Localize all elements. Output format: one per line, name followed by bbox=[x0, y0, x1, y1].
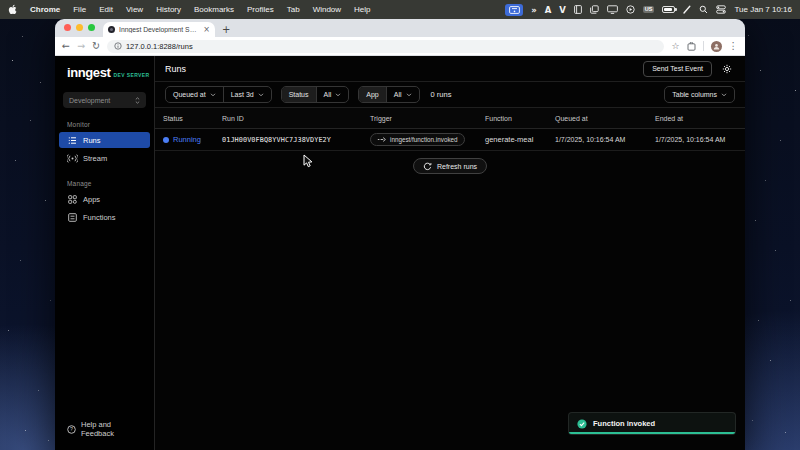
page-title: Runs bbox=[165, 64, 186, 74]
page-header: Runs Send Test Event bbox=[155, 56, 745, 82]
col-function: Function bbox=[485, 115, 555, 122]
battery-icon[interactable] bbox=[662, 6, 675, 13]
browser-tab[interactable]: Inngest Development Server × bbox=[103, 22, 215, 37]
table-columns-group: Table columns bbox=[664, 86, 735, 103]
sidebar-runs-label: Runs bbox=[83, 136, 101, 145]
help-label: Help and Feedback bbox=[81, 420, 142, 438]
menu-help[interactable]: Help bbox=[354, 5, 370, 14]
tab-strip: Inngest Development Server × + bbox=[55, 19, 745, 37]
profile-avatar[interactable] bbox=[711, 41, 722, 52]
sidebar-item-apps[interactable]: Apps bbox=[59, 191, 150, 207]
menu-bookmarks[interactable]: Bookmarks bbox=[194, 5, 234, 14]
forward-icon[interactable]: → bbox=[77, 41, 85, 51]
back-icon[interactable]: ← bbox=[62, 41, 70, 51]
bookmark-star-icon[interactable]: ☆ bbox=[671, 42, 679, 51]
menu-view[interactable]: View bbox=[126, 5, 143, 14]
trigger-name: inngest/function.invoked bbox=[390, 136, 458, 143]
copy-icon[interactable] bbox=[590, 5, 599, 14]
url-text: 127.0.0.1:8288/runs bbox=[126, 42, 193, 51]
help-and-feedback[interactable]: ? Help and Feedback bbox=[55, 420, 154, 450]
time-field-value: Queued at bbox=[173, 91, 206, 98]
reload-icon[interactable]: ↻ bbox=[92, 41, 100, 51]
settings-gear-icon[interactable] bbox=[718, 61, 735, 77]
refresh-runs-button[interactable]: Refresh runs bbox=[413, 158, 487, 174]
trigger-badge[interactable]: inngest/function.invoked bbox=[370, 133, 465, 146]
time-range-value: Last 3d bbox=[231, 91, 254, 98]
menu-profiles[interactable]: Profiles bbox=[247, 5, 274, 14]
send-test-event-button[interactable]: Send Test Event bbox=[643, 61, 712, 77]
help-icon: ? bbox=[67, 425, 76, 434]
toast-notification: Function invoked bbox=[568, 412, 736, 435]
address-bar[interactable]: 127.0.0.1:8288/runs bbox=[107, 40, 665, 53]
display-icon[interactable] bbox=[607, 5, 618, 14]
screen-recording-indicator[interactable] bbox=[505, 4, 523, 16]
control-center-icon[interactable] bbox=[716, 5, 726, 14]
menu-edit[interactable]: Edit bbox=[99, 5, 113, 14]
refresh-runs-label: Refresh runs bbox=[437, 163, 477, 170]
browser-menu-icon[interactable]: ⋮ bbox=[729, 41, 739, 51]
search-icon[interactable] bbox=[699, 5, 708, 14]
time-range-dropdown[interactable]: Last 3d bbox=[224, 87, 271, 102]
status-filter-label: Status bbox=[282, 87, 316, 102]
runs-count: 0 runs bbox=[431, 90, 452, 99]
col-status: Status bbox=[163, 115, 222, 122]
window-close-button[interactable] bbox=[64, 24, 71, 31]
col-queued-at: Queued at bbox=[555, 115, 655, 122]
apps-icon bbox=[67, 195, 78, 204]
time-filter-group: Queued at Last 3d bbox=[165, 86, 272, 103]
ended-at-value: 1/7/2025, 10:16:54 AM bbox=[655, 136, 745, 143]
inngest-app: inngest DEV SERVER Development Monitor R… bbox=[55, 56, 745, 450]
function-name: generate-meal bbox=[485, 135, 555, 144]
sidebar-item-runs[interactable]: Runs bbox=[59, 132, 150, 148]
keyboard-layout-icon[interactable]: US bbox=[643, 6, 655, 14]
chevrons-app-icon[interactable]: » bbox=[531, 5, 537, 15]
play-icon[interactable] bbox=[626, 5, 635, 14]
menu-window[interactable]: Window bbox=[313, 5, 341, 14]
pencil-icon[interactable] bbox=[683, 5, 691, 14]
macos-menubar: Chrome File Edit View History Bookmarks … bbox=[0, 0, 800, 19]
window-zoom-button[interactable] bbox=[88, 24, 95, 31]
extensions-icon[interactable] bbox=[687, 42, 696, 51]
notebook-icon[interactable] bbox=[574, 5, 582, 14]
a-app-icon[interactable]: A bbox=[545, 5, 552, 15]
col-trigger: Trigger bbox=[370, 115, 485, 122]
functions-icon bbox=[67, 213, 78, 222]
tab-close-icon[interactable]: × bbox=[203, 26, 210, 34]
dev-server-badge: DEV SERVER bbox=[113, 72, 149, 78]
trigger-cell: inngest/function.invoked bbox=[370, 133, 485, 146]
menu-history[interactable]: History bbox=[156, 5, 181, 14]
site-info-icon[interactable] bbox=[114, 42, 122, 50]
menu-tab[interactable]: Tab bbox=[287, 5, 300, 14]
status-filter-group: Status All bbox=[281, 86, 350, 103]
sidebar-item-functions[interactable]: Functions bbox=[59, 209, 150, 225]
environment-value: Development bbox=[69, 97, 110, 104]
time-field-dropdown[interactable]: Queued at bbox=[166, 87, 223, 102]
v-app-icon[interactable]: V bbox=[559, 5, 566, 15]
window-minimize-button[interactable] bbox=[76, 24, 83, 31]
environment-select[interactable]: Development bbox=[63, 92, 146, 108]
queued-at-value: 1/7/2025, 10:16:54 AM bbox=[555, 136, 655, 143]
browser-toolbar: ← → ↻ 127.0.0.1:8288/runs ☆ ⋮ bbox=[55, 37, 745, 56]
sidebar-item-stream[interactable]: Stream bbox=[59, 150, 150, 166]
table-columns-label: Table columns bbox=[672, 91, 717, 98]
filter-bar: Queued at Last 3d Status All bbox=[155, 82, 745, 108]
table-columns-dropdown[interactable]: Table columns bbox=[665, 87, 734, 102]
menubar-app-name[interactable]: Chrome bbox=[30, 5, 60, 14]
app-filter-label: App bbox=[359, 87, 385, 102]
success-check-icon bbox=[577, 419, 587, 429]
svg-text:?: ? bbox=[70, 426, 73, 432]
status-filter-dropdown[interactable]: All bbox=[317, 87, 349, 102]
apple-menu-icon[interactable] bbox=[8, 4, 17, 15]
app-filter-dropdown[interactable]: All bbox=[387, 87, 419, 102]
sidebar: inngest DEV SERVER Development Monitor R… bbox=[55, 56, 155, 450]
tab-title: Inngest Development Server bbox=[119, 26, 199, 33]
select-chevrons-icon bbox=[135, 97, 140, 104]
sidebar-functions-label: Functions bbox=[83, 213, 116, 222]
refresh-icon bbox=[423, 162, 432, 171]
new-tab-button[interactable]: + bbox=[222, 24, 230, 35]
browser-window: Inngest Development Server × + ← → ↻ 127… bbox=[55, 19, 745, 450]
chevron-down-icon bbox=[210, 93, 216, 97]
menu-file[interactable]: File bbox=[73, 5, 86, 14]
table-row[interactable]: Running 01JH00V0FBQ8YVHC7J38VDYE2Y innge… bbox=[155, 129, 745, 151]
menubar-clock[interactable]: Tue Jan 7 10:16 bbox=[734, 5, 792, 14]
